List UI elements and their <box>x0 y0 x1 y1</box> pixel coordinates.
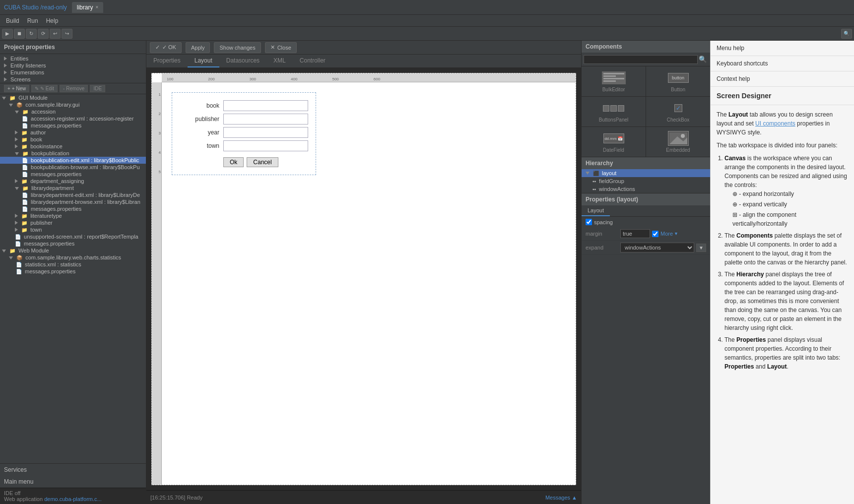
tree-item-screens[interactable]: Screens <box>0 76 146 83</box>
tab-controller[interactable]: Controller <box>293 55 332 67</box>
tree-item-accession-register[interactable]: 📄 accession-register.xml : accession-reg… <box>0 115 146 122</box>
component-checkbox[interactable]: ✓ CheckBox <box>646 97 710 126</box>
tab-xml[interactable]: XML <box>266 55 293 67</box>
menu-bar: Build Run Help <box>0 15 854 27</box>
tree-item-web-messages[interactable]: 📄 messages.properties <box>0 268 146 275</box>
hier-item-layout[interactable]: ⬛ layout <box>582 169 710 177</box>
properties-tabs: Layout <box>582 205 710 217</box>
tree-item-accession-messages[interactable]: 📄 messages.properties <box>0 122 146 129</box>
publisher-label: publisher <box>180 116 219 123</box>
menu-help-item[interactable]: Menu help <box>711 41 854 56</box>
ui-components-link[interactable]: UI components <box>755 120 795 127</box>
toolbar-search-btn[interactable]: 🔍 <box>841 29 852 39</box>
edit-screen-btn[interactable]: ✎ ✎ Edit <box>31 85 58 92</box>
component-date-field[interactable]: dd.mm 📅 DateField <box>582 127 646 157</box>
tree-item-publisher[interactable]: 📁 publisher <box>0 219 146 226</box>
town-input[interactable] <box>223 140 308 151</box>
tree-item-dept-assigning[interactable]: 📁 department_assigning <box>0 178 146 185</box>
web-app-link[interactable]: demo.cuba-platform.c... <box>44 496 102 502</box>
tab-properties[interactable]: Properties <box>146 55 188 67</box>
component-button[interactable]: button Button <box>646 66 710 96</box>
tree-item-entity-listeners[interactable]: Entity listeners <box>0 62 146 69</box>
show-changes-btn[interactable]: Show changes <box>214 42 261 53</box>
component-bulk-editor[interactable]: BulkEditor <box>582 66 646 96</box>
component-buttons-panel[interactable]: ButtonsPanel <box>582 97 646 126</box>
tree-item-gui-module[interactable]: 📁 GUI Module <box>0 94 146 101</box>
tree-item-town[interactable]: 📁 town <box>0 226 146 233</box>
tree-item-web-package[interactable]: 📦 com.sample.library.web.charts.statisti… <box>0 254 146 261</box>
keyboard-shortcuts-item[interactable]: Keyboard shortcuts <box>711 56 854 71</box>
tree-item-unsupported[interactable]: 📄 unsupported-screen.xml : report$Report… <box>0 233 146 240</box>
canvas-cancel-btn[interactable]: Cancel <box>247 157 278 167</box>
form-row-publisher: publisher <box>180 114 308 125</box>
apply-action-btn[interactable]: Apply <box>186 42 210 53</box>
expand-ld-icon <box>15 187 19 190</box>
messages-btn[interactable]: Messages ▲ <box>545 495 577 501</box>
tree-item-web-module[interactable]: 📁 Web Module <box>0 247 146 254</box>
canvas-ok-btn[interactable]: Ok <box>223 157 244 167</box>
margin-checkbox[interactable] <box>652 231 658 237</box>
hierarchy-header: Hierarchy <box>582 157 710 169</box>
bulk-editor-icon <box>601 70 626 85</box>
book-input[interactable] <box>223 100 308 111</box>
tree-item-bp-edit[interactable]: 📄 bookpublication-edit.xml : library$Boo… <box>0 157 146 164</box>
town-label: town <box>180 142 219 149</box>
tree-item-ld-browse[interactable]: 📄 librarydepartment-browse.xml : library… <box>0 198 146 205</box>
toolbar-btn-6[interactable]: ↪ <box>62 29 72 39</box>
tree-item-literaturetype[interactable]: 📁 literaturetype <box>0 212 146 219</box>
toolbar-btn-5[interactable]: ↩ <box>50 29 61 39</box>
tree-item-book[interactable]: 📁 book <box>0 136 146 143</box>
hier-item-fieldgroup[interactable]: ▪▪ fieldGroup <box>582 177 710 185</box>
expand-value: windowActions ▼ <box>620 243 706 252</box>
tree-item-bookpublication[interactable]: 📁 bookpublication <box>0 150 146 157</box>
menu-item-build[interactable]: Build <box>2 16 23 25</box>
year-input[interactable] <box>223 127 308 138</box>
ide-screen-btn[interactable]: IDE <box>90 85 105 92</box>
remove-screen-btn[interactable]: - Remove <box>60 85 88 92</box>
tree-item-accession[interactable]: 📁 accession <box>0 108 146 115</box>
expand-dropdown-btn[interactable]: ▼ <box>696 244 706 252</box>
component-embedded[interactable]: Embedded <box>646 127 710 157</box>
ok-action-btn[interactable]: ✓ ✓ OK <box>150 42 182 53</box>
tree-item-gui-package[interactable]: 📦 com.sample.library.gui <box>0 101 146 108</box>
hier-item-windowactions[interactable]: ▪▪ windowActions <box>582 185 710 193</box>
editor-tab[interactable]: library × <box>72 2 104 13</box>
toolbar-btn-2[interactable]: ⏹ <box>14 29 25 39</box>
spacing-checkbox[interactable] <box>586 219 592 225</box>
tab-close-icon[interactable]: × <box>95 4 98 10</box>
tree-item-root-messages[interactable]: 📄 messages.properties <box>0 240 146 247</box>
tree-item-enumerations[interactable]: Enumerations <box>0 69 146 76</box>
tree-item-bookinstance[interactable]: 📁 bookinstance <box>0 143 146 150</box>
tree-item-bp-browse[interactable]: 📄 bookpublication-browse.xml : library$B… <box>0 164 146 171</box>
services-item[interactable]: Services <box>0 464 146 476</box>
components-search-btn[interactable]: 🔍 <box>698 55 708 64</box>
tab-label: library <box>77 4 93 11</box>
tree-item-librarydept[interactable]: 📁 librarydepartment <box>0 185 146 191</box>
more-btn[interactable]: More ▼ <box>660 231 678 237</box>
form-row-book: book <box>180 100 308 111</box>
components-search-input[interactable] <box>584 55 698 64</box>
context-help-item[interactable]: Context help <box>711 71 854 87</box>
toolbar-btn-4[interactable]: ⟳ <box>38 29 49 39</box>
tree-item-author[interactable]: 📁 author <box>0 129 146 136</box>
new-screen-btn[interactable]: + + New <box>4 85 29 92</box>
tab-layout[interactable]: Layout <box>188 55 219 67</box>
toolbar-btn-1[interactable]: ▶ <box>2 29 13 39</box>
expand-select[interactable]: windowActions <box>620 243 694 252</box>
tree-item-ld-messages[interactable]: 📄 messages.properties <box>0 205 146 212</box>
menu-item-run[interactable]: Run <box>23 16 42 25</box>
prop-tab-layout[interactable]: Layout <box>582 205 610 216</box>
tree-item-ld-edit[interactable]: 📄 librarydepartment-edit.xml : library$L… <box>0 191 146 198</box>
layout-expand-icon <box>586 172 590 175</box>
close-action-btn[interactable]: ✕ Close <box>265 42 297 53</box>
tree-item-entities[interactable]: Entities <box>0 55 146 62</box>
main-menu-item[interactable]: Main menu <box>0 476 146 488</box>
toolbar-btn-3[interactable]: ↻ <box>26 29 37 39</box>
tree-item-statistics[interactable]: 📄 statistics.xml : statistics <box>0 261 146 268</box>
project-header: Project properties <box>0 41 146 54</box>
menu-item-help[interactable]: Help <box>42 16 63 25</box>
publisher-input[interactable] <box>223 114 308 125</box>
margin-input[interactable] <box>620 229 650 238</box>
tree-item-bp-messages[interactable]: 📄 messages.properties <box>0 171 146 178</box>
tab-datasources[interactable]: Datasources <box>219 55 266 67</box>
